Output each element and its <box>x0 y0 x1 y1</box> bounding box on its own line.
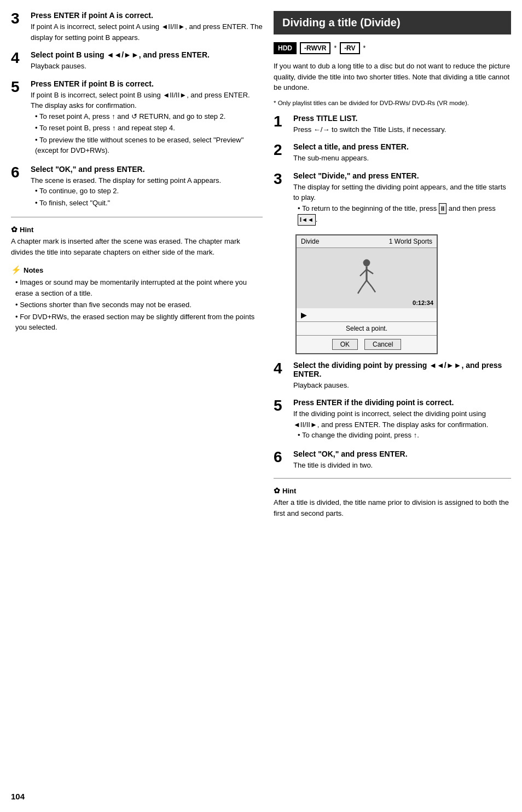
right-hint-title: ✿ Hint <box>274 486 511 495</box>
play-icon: ▶ <box>301 310 307 319</box>
ok-screen-btn[interactable]: OK <box>332 339 358 350</box>
step-5-body: If point B is incorrect, select point B … <box>31 90 263 111</box>
right-step-3-block: 3 Select "Divide," and press ENTER. The … <box>274 171 511 227</box>
left-column: 3 Press ENTER if point A is correct. If … <box>11 11 263 801</box>
right-step-1-block: 1 Press TITLE LIST. Press ←/→ to switch … <box>274 114 511 135</box>
svg-line-7 <box>372 287 375 292</box>
prev-btn-icon: I◄◄ <box>298 214 316 226</box>
page-number: 104 <box>11 792 25 801</box>
section-title: Dividing a title (Divide) <box>274 11 511 34</box>
right-footnote: * Only playlist titles can be divided fo… <box>274 99 511 107</box>
left-note-1: Images or sound may be momentarily inter… <box>15 277 263 298</box>
right-step-5-bullet-1: To change the dividing point, press ↑. <box>298 430 511 441</box>
right-step-2-body: The sub-menu appears. <box>293 153 511 164</box>
step-5-content: Press ENTER if point B is correct. If po… <box>31 79 263 157</box>
pause-btn-icon: II <box>439 203 446 215</box>
divide-screen-image: 0:12:34 <box>297 248 437 308</box>
left-hint-title: ✿ Hint <box>11 225 263 234</box>
right-step-5-bullets: To change the dividing point, press ↑. <box>293 430 511 441</box>
right-step-1-content: Press TITLE LIST. Press ←/→ to switch th… <box>293 114 511 135</box>
right-step-3-bullet-1: To return to the beginning of the title,… <box>298 203 511 226</box>
left-divider-1 <box>11 217 263 217</box>
left-notes-bullets: Images or sound may be momentarily inter… <box>11 277 263 333</box>
step-6-content: Select "OK," and press ENTER. The scene … <box>31 165 263 210</box>
right-step-5-number: 5 <box>274 398 289 442</box>
right-hint-body: After a title is divided, the title name… <box>274 497 511 519</box>
divide-screen-status: Select a point. <box>297 322 437 336</box>
left-hint: ✿ Hint A chapter mark is inserted after … <box>11 225 263 257</box>
step-6-body: The scene is erased. The display for set… <box>31 175 263 186</box>
step-4-content: Select point B using ◄◄/►►, and press EN… <box>31 50 263 72</box>
svg-line-4 <box>361 280 367 288</box>
badge-rwvr: -RWVR <box>300 42 330 54</box>
right-step-3-content: Select "Divide," and press ENTER. The di… <box>293 171 511 227</box>
right-step-6-block: 6 Select "OK," and press ENTER. The titl… <box>274 450 511 471</box>
divide-screen-label: Divide <box>301 238 319 245</box>
right-step-5-title: Press ENTER if the dividing point is cor… <box>293 398 511 407</box>
svg-line-5 <box>367 280 372 287</box>
right-step-2-block: 2 Select a title, and press ENTER. The s… <box>274 142 511 164</box>
step-6-bullet-2: To finish, select "Quit." <box>35 198 263 209</box>
step-6-number: 6 <box>11 165 26 210</box>
cancel-screen-btn[interactable]: Cancel <box>364 339 401 350</box>
right-step-4-number: 4 <box>274 361 289 391</box>
divide-screen-controls: ▶ <box>297 308 437 322</box>
step-3-title: Press ENTER if point A is correct. <box>31 11 263 20</box>
step-4-number: 4 <box>11 50 26 72</box>
right-step-3-bullets: To return to the beginning of the title,… <box>293 203 511 226</box>
svg-line-3 <box>367 269 373 274</box>
right-step-2-content: Select a title, and press ENTER. The sub… <box>293 142 511 164</box>
right-step-2-number: 2 <box>274 142 289 164</box>
step-4-block: 4 Select point B using ◄◄/►►, and press … <box>11 50 263 72</box>
format-badges: HDD -RWVR * -RV * <box>274 42 511 54</box>
divide-screen-header: Divide 1 World Sports <box>297 235 437 248</box>
left-note-3: For DVD+RWs, the erased section may be s… <box>15 312 263 333</box>
right-hint-icon: ✿ <box>274 486 280 495</box>
svg-line-2 <box>360 269 367 276</box>
footnote-mark-2: * <box>363 44 366 52</box>
right-step-4-body: Playback pauses. <box>293 380 511 391</box>
right-step-6-number: 6 <box>274 450 289 471</box>
right-hint: ✿ Hint After a title is divided, the tit… <box>274 486 511 519</box>
right-divider-1 <box>274 478 511 479</box>
right-step-5-content: Press ENTER if the dividing point is cor… <box>293 398 511 442</box>
right-step-6-title: Select "OK," and press ENTER. <box>293 450 511 458</box>
step-3-number: 3 <box>11 11 26 43</box>
badge-hdd: HDD <box>274 42 297 54</box>
step-6-bullets: To continue, go to step 2. To finish, se… <box>31 186 263 208</box>
step-3-content: Press ENTER if point A is correct. If po… <box>31 11 263 43</box>
left-notes-title: ⚡ Notes <box>11 265 263 275</box>
right-step-6-body: The title is divided in two. <box>293 460 511 471</box>
right-step-4-content: Select the dividing point by pressing ◄◄… <box>293 361 511 391</box>
right-step-5-block: 5 Press ENTER if the dividing point is c… <box>274 398 511 442</box>
right-intro: If you want to dub a long title to a dis… <box>274 61 511 93</box>
notes-icon: ⚡ <box>11 265 21 275</box>
right-step-3-title: Select "Divide," and press ENTER. <box>293 171 511 180</box>
step-3-body: If point A is incorrect, select point A … <box>31 21 263 43</box>
step-6-block: 6 Select "OK," and press ENTER. The scen… <box>11 165 263 210</box>
right-step-3-body: The display for setting the dividing poi… <box>293 182 511 203</box>
step-5-bullet-2: To reset point B, press ↑ and repeat ste… <box>35 123 263 134</box>
step-4-body: Playback pauses. <box>31 61 263 72</box>
step-5-title: Press ENTER if point B is correct. <box>31 79 263 88</box>
badge-rv: -RV <box>340 42 359 54</box>
divide-screen-buttons: OK Cancel <box>297 336 437 353</box>
left-hint-body: A chapter mark is inserted after the sce… <box>11 236 263 257</box>
footnote-mark-1: * <box>334 44 337 52</box>
step-4-title: Select point B using ◄◄/►►, and press EN… <box>31 50 263 59</box>
step-5-block: 5 Press ENTER if point B is correct. If … <box>11 79 263 157</box>
right-step-5-body: If the dividing point is incorrect, sele… <box>293 408 511 430</box>
right-step-1-number: 1 <box>274 114 289 135</box>
hint-icon: ✿ <box>11 225 18 234</box>
right-column: Dividing a title (Divide) HDD -RWVR * -R… <box>274 11 511 801</box>
step-6-bullet-1: To continue, go to step 2. <box>35 186 263 197</box>
right-step-4-block: 4 Select the dividing point by pressing … <box>274 361 511 391</box>
divide-screen-svg <box>345 256 388 300</box>
right-step-3-number: 3 <box>274 171 289 227</box>
divide-screen-timecode: 0:12:34 <box>413 300 433 306</box>
right-step-1-title: Press TITLE LIST. <box>293 114 511 123</box>
left-note-2: Sections shorter than five seconds may n… <box>15 300 263 310</box>
right-step-2-title: Select a title, and press ENTER. <box>293 142 511 151</box>
step-5-bullet-1: To reset point A, press ↑ and ↺ RETURN, … <box>35 111 263 122</box>
step-6-title: Select "OK," and press ENTER. <box>31 165 263 174</box>
